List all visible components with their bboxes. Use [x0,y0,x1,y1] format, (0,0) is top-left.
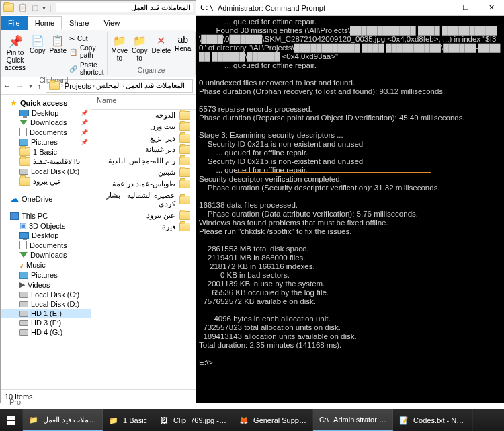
file-item[interactable]: رام الله-مجلس البلدية [91,155,196,167]
tree-basic[interactable]: 1 Basic [1,147,91,157]
tree-hd1[interactable]: HD 1 (E:) [1,309,91,318]
taskbar-icon: 🖼 [159,415,169,426]
tree-local-c[interactable]: Local Disk (C:) [1,290,91,299]
folder-icon [179,211,190,220]
paste-button[interactable]: 📋Paste [48,33,68,77]
close-button[interactable]: ✕ [478,0,504,16]
tree-videos[interactable]: ▶Videos [1,280,91,290]
quick-access-toolbar: 📋 ▢ ▾ | المعاملات قيد العمل [1,1,196,15]
file-item[interactable]: قيرة [91,221,196,233]
tree-local-d2[interactable]: Local Disk (D:) [1,299,91,309]
start-button[interactable] [0,409,23,431]
file-explorer-window: 📋 ▢ ▾ | المعاملات قيد العمل File Home Sh… [0,0,196,403]
tree-desktop[interactable]: Desktop📌 [1,108,91,118]
tree-local-d[interactable]: Local Disk (D:) [1,167,91,176]
nav-tree[interactable]: ★Quick access Desktop📌 Downloads📌 Docume… [1,95,91,389]
file-item[interactable]: شبتين [91,167,196,178]
paste-shortcut-button[interactable]: 🔗 Paste shortcut [69,61,104,77]
copy-button[interactable]: 📄Copy [28,33,46,77]
qat-dropdown[interactable]: ▾ [42,4,46,11]
tree-3d-objects[interactable]: ▣3D Objects [1,221,91,231]
folder-icon [179,168,190,177]
tree-desktop2[interactable]: Desktop [1,231,91,240]
cmd-output[interactable]: ... queued for offline repair. Found 30 … [196,16,504,403]
pin-button[interactable]: 📌Pin to Quick access [3,33,27,77]
taskbar-item[interactable]: 🦊General Support - P... [233,409,313,431]
folder-icon [179,180,190,188]
tree-pictures[interactable]: Pictures📌 [1,137,91,147]
tree-documents[interactable]: Documents📌 [1,127,91,137]
minimize-button[interactable]: ― [427,0,453,16]
window-title: المعاملات قيد العمل [58,3,190,12]
file-item[interactable]: عصيرة الشمالية - بشار كردي [91,190,196,210]
column-header-name[interactable]: Name [91,95,196,110]
file-item[interactable]: بيت وزن [91,121,196,132]
taskbar-item[interactable]: 📁المعاملات قيد العمل [23,409,103,431]
folder-icon [179,111,190,120]
taskbar-item[interactable]: 📁1 Basic [103,409,153,431]
qat-item[interactable]: ▢ [32,3,38,12]
tree-this-pc[interactable]: This PC [1,211,91,221]
cut-button[interactable]: ✂ Cut [69,34,104,43]
folder-icon [3,3,14,12]
taskbar-icon: 🦊 [239,415,249,426]
folder-icon [179,122,190,131]
ribbon: 📌Pin to Quick access 📄Copy 📋Paste ✂ Cut … [1,30,196,77]
tree-downloads[interactable]: Downloads📌 [1,118,91,127]
maximize-button[interactable]: ☐ [453,0,478,16]
taskbar-icon: C:\ [319,414,329,425]
copy-path-button[interactable]: 📋 Copy path [69,44,104,60]
file-list[interactable]: Name الدوحةبيت وزندير ابزيعدير غسانةرام … [91,95,196,389]
taskbar-item[interactable]: C:\Administrator: Com... [313,409,393,431]
cmd-titlebar[interactable]: C:\ Administrator: Command Prompt ― ☐ ✕ [196,0,504,16]
file-item[interactable]: دير ابزيع [91,132,196,144]
folder-icon [179,223,190,231]
tree-onedrive[interactable]: ☁OneDrive [1,193,91,204]
cmd-icon: C:\ [200,3,214,12]
copy-to-button[interactable]: 📁Copy to [130,33,149,67]
taskbar-icon: 📁 [108,415,119,426]
tree-pictures2[interactable]: Pictures [1,270,91,280]
taskbar-icon: 📁 [28,414,39,425]
highlight-underline [237,172,431,173]
tree-folder-ar[interactable]: الاقليمية-تنفيذI5 [1,157,91,167]
tree-hd3[interactable]: HD 3 (F:) [1,318,91,327]
watermark: Pro [9,398,21,406]
rename-button[interactable]: abRena [173,33,192,67]
move-to-button[interactable]: 📁Move to [110,33,129,67]
file-item[interactable]: عين يبرود [91,210,196,221]
command-prompt-window: C:\ Administrator: Command Prompt ― ☐ ✕ … [196,0,504,403]
taskbar: 📁المعاملات قيد العمل📁1 Basic🖼Clip_769.jp… [0,409,504,431]
ribbon-tabs: File Home Share View [1,15,196,30]
taskbar-item[interactable]: 🖼Clip_769.jpg - ACD... [153,409,233,431]
tab-file[interactable]: File [1,16,28,30]
tab-home[interactable]: Home [28,16,62,30]
status-bar: 10 items [1,389,196,403]
folder-icon [179,134,190,143]
taskbar-item[interactable]: 📝Codes.txt - Notepad [393,409,473,431]
tree-quick-access[interactable]: ★Quick access [1,97,91,108]
file-item[interactable]: طوباس-عماد دراعمة [91,178,196,190]
folder-icon [179,145,190,154]
taskbar-icon: 📝 [398,415,409,426]
tree-documents2[interactable]: Documents [1,240,91,250]
folder-icon [179,196,190,204]
qat-item[interactable]: 📋 [18,3,28,12]
tree-hd4[interactable]: HD 4 (G:) [1,327,91,337]
tab-share[interactable]: Share [62,16,96,30]
tab-view[interactable]: View [96,16,127,30]
tree-ainb[interactable]: عين يبرود [1,176,91,186]
cmd-title-text: Administrator: Command Prompt [218,4,427,12]
file-item[interactable]: دير غسانة [91,144,196,155]
tree-downloads2[interactable]: Downloads [1,250,91,260]
delete-button[interactable]: ✕Delete [150,33,172,67]
file-item[interactable]: الدوحة [91,110,196,121]
tree-music[interactable]: ♪Music [1,260,91,270]
folder-icon [179,157,190,165]
